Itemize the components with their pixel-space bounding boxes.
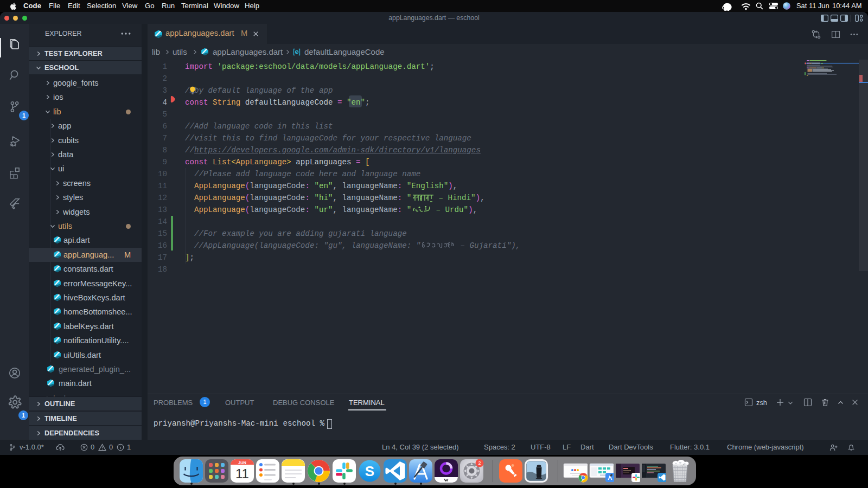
svg-text:2: 2: [478, 460, 481, 466]
svg-text:S: S: [365, 463, 374, 479]
svg-text:11: 11: [235, 466, 249, 481]
svg-text:JUN: JUN: [238, 460, 246, 465]
